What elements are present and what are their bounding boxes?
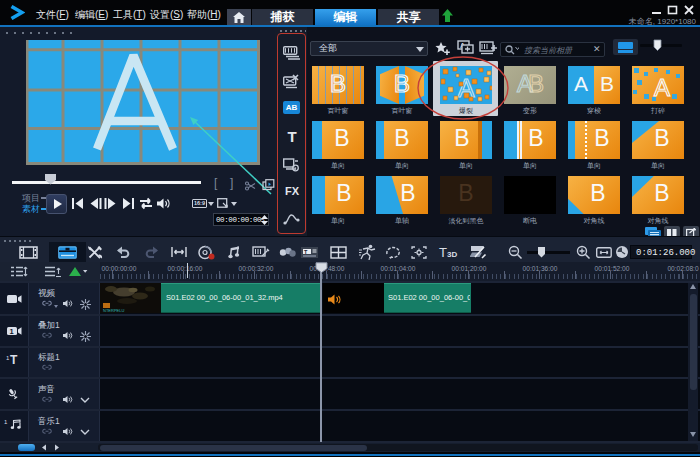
svg-text:1: 1 <box>10 327 14 336</box>
svg-text:A: A <box>654 74 670 101</box>
svg-text:NTERPELU: NTERPELU <box>103 308 124 313</box>
